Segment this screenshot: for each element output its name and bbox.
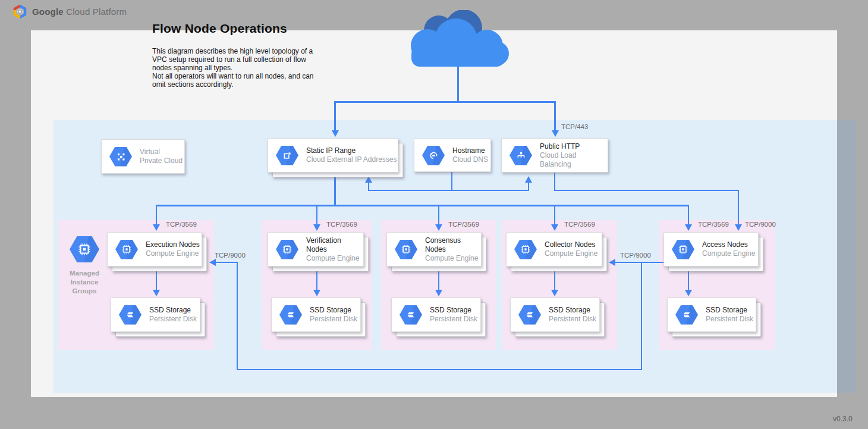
- connector-line: [156, 205, 689, 206]
- connector-line: [451, 172, 452, 191]
- connector-line: [156, 269, 157, 290]
- vpc-card: Virtual Private Cloud: [101, 139, 185, 174]
- arrowhead: [435, 224, 442, 231]
- compute-card-title: Access Nodes: [702, 240, 755, 249]
- port-label-tcp3569: TCP/3569: [564, 221, 595, 228]
- arrowhead: [209, 259, 216, 266]
- arrowhead: [685, 224, 692, 231]
- storage-card-title: SSD Storage: [430, 306, 477, 315]
- mig-label-line: Groups: [59, 287, 109, 296]
- mig-label-line: Instance: [59, 278, 109, 287]
- ssd-storage-card: SSD Storage Persistent Disk: [510, 298, 600, 332]
- consensus-nodes-card: Consensus Nodes Compute Engine: [386, 232, 482, 267]
- compute-card-subtitle: Compute Engine: [306, 254, 363, 263]
- arrowhead: [332, 130, 339, 137]
- storage-card-subtitle: Persistent Disk: [706, 315, 753, 324]
- port-label-tcp3569: TCP/3569: [166, 221, 197, 228]
- connector-line: [334, 173, 336, 206]
- connector-line: [438, 205, 439, 225]
- static-ip-card: Static IP Range Cloud External IP Addres…: [268, 138, 398, 173]
- connector-line: [554, 190, 739, 191]
- verification-nodes-card: Verification Nodes Compute Engine: [268, 232, 364, 267]
- port-label-tcp3569: TCP/3569: [448, 221, 479, 228]
- storage-card-subtitle: Persistent Disk: [149, 315, 197, 324]
- port-label-tcp3569: TCP/3569: [326, 221, 357, 228]
- storage-card-subtitle: Persistent Disk: [549, 315, 596, 324]
- collector-nodes-card: Collector Nodes Compute Engine: [506, 232, 602, 267]
- storage-card-title: SSD Storage: [706, 306, 753, 315]
- connector-line: [368, 181, 369, 191]
- compute-card-subtitle: Compute Engine: [146, 249, 200, 258]
- connector-line: [334, 101, 336, 132]
- compute-engine-icon: [514, 240, 537, 259]
- persistent-disk-icon: [279, 305, 302, 325]
- connector-line: [554, 269, 555, 290]
- arrowhead: [551, 290, 558, 296]
- connector-line: [237, 262, 238, 369]
- connector-line: [554, 173, 555, 191]
- compute-engine-icon: [276, 240, 298, 259]
- mig-label-line: Managed: [59, 269, 109, 278]
- connector-line: [613, 262, 664, 263]
- connector-line: [688, 205, 689, 225]
- vpc-icon: [109, 147, 132, 167]
- port-label-tcp9000: TCP/9000: [620, 252, 651, 259]
- static-ip-subtitle: Cloud External IP Addresses: [306, 155, 397, 164]
- persistent-disk-icon: [675, 305, 698, 325]
- page-title: Flow Node Operations: [152, 21, 287, 36]
- arrowhead: [313, 224, 320, 231]
- vpc-card-line1: Virtual: [140, 148, 183, 156]
- connector-line: [554, 205, 555, 225]
- vpc-card-line2: Private Cloud: [140, 156, 183, 165]
- compute-card-subtitle: Compute Engine: [545, 249, 597, 258]
- persistent-disk-icon: [400, 305, 422, 325]
- port-label-tcp443: TCP/443: [561, 123, 588, 130]
- compute-card-title: Collector Nodes: [545, 240, 597, 249]
- compute-card-title: Consensus Nodes: [425, 236, 481, 254]
- description-line: This diagram describes the high level to…: [152, 47, 313, 55]
- description-line: VPC setup required to run a full collect…: [152, 55, 313, 64]
- gcp-brand: Google Cloud Platform: [13, 5, 127, 18]
- description-line: nodes spanning all types.: [152, 64, 313, 72]
- port-label-tcp3569: TCP/3569: [698, 221, 729, 228]
- ssd-storage-card: SSD Storage Persistent Disk: [271, 298, 361, 332]
- page-description: This diagram describes the high level to…: [152, 47, 313, 89]
- ssd-storage-card: SSD Storage Persistent Disk: [667, 298, 756, 332]
- connector-line: [438, 269, 439, 290]
- hostname-title: Hostname: [452, 146, 488, 155]
- connector-line: [237, 369, 642, 370]
- arrowhead: [153, 224, 160, 231]
- connector-line: [457, 65, 459, 101]
- public-http-title: Public HTTP: [540, 142, 608, 151]
- compute-engine-icon: [672, 240, 694, 259]
- arrowhead: [685, 290, 692, 296]
- connector-line: [554, 101, 556, 132]
- storage-card-subtitle: Persistent Disk: [310, 315, 357, 324]
- connector-line: [334, 101, 556, 103]
- arrowhead: [551, 224, 558, 231]
- connector-line: [156, 205, 157, 225]
- load-balancer-icon: [510, 146, 532, 165]
- arrowhead: [735, 224, 742, 231]
- dns-icon: [422, 146, 445, 165]
- connector-line: [213, 262, 238, 263]
- storage-card-title: SSD Storage: [149, 306, 197, 315]
- description-line: Not all operators will want to run all n…: [152, 72, 313, 80]
- arrowhead: [525, 176, 532, 183]
- compute-card-subtitle: Compute Engine: [425, 254, 481, 263]
- persistent-disk-icon: [119, 305, 141, 325]
- storage-card-title: SSD Storage: [549, 306, 596, 315]
- compute-engine-icon: [395, 240, 417, 259]
- arrowhead: [609, 259, 615, 266]
- storage-card-title: SSD Storage: [310, 306, 357, 315]
- gcp-logo-icon: [13, 5, 27, 18]
- connector-line: [316, 269, 317, 290]
- public-http-card: Public HTTP Cloud Load Balancing: [501, 138, 608, 173]
- ssd-storage-card: SSD Storage Persistent Disk: [111, 298, 200, 332]
- port-label-tcp9000: TCP/9000: [745, 221, 776, 228]
- version-label: v0.3.0: [833, 415, 853, 423]
- static-ip-title: Static IP Range: [306, 146, 397, 155]
- persistent-disk-icon: [518, 305, 541, 325]
- hostname-subtitle: Cloud DNS: [452, 155, 488, 164]
- arrowhead: [313, 290, 320, 296]
